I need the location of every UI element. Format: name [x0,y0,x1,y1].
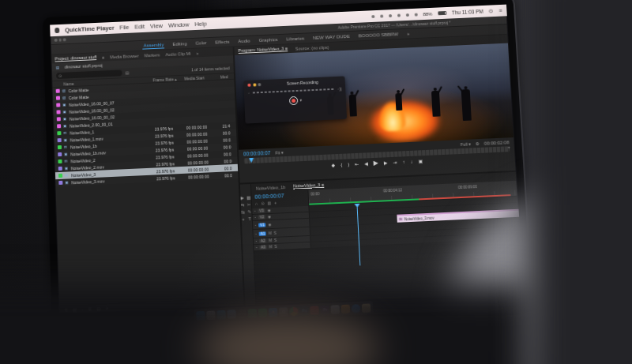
mark-in-icon[interactable]: { [340,162,342,167]
workspace-overflow-icon[interactable]: » [406,31,411,37]
workspace-assembly[interactable]: Assembly [142,41,164,49]
tab-sequence-noisevideo-1b[interactable]: NoiseVideo_1b [256,185,285,191]
column-media-end[interactable]: Med [220,74,231,79]
tab-source[interactable]: Source: (no clips) [295,44,329,51]
menu-edit[interactable]: Edit [134,23,145,30]
ripple-edit-tool[interactable]: ⇋ [241,202,245,207]
label-color-chip[interactable] [56,110,60,114]
step-back-icon[interactable]: ◀ [364,160,368,166]
menu-view[interactable]: View [150,22,163,30]
tab-sequence-noisevideo-3[interactable]: NoiseVideo_3 ≡ [293,182,324,190]
silhouette-person [431,90,441,116]
status-icon[interactable] [380,14,383,17]
selection-tool[interactable]: ▶ [241,195,244,200]
step-forward-icon[interactable]: ▶ [384,159,388,165]
label-color-chip[interactable] [58,138,62,142]
label-color-chip[interactable] [57,131,61,135]
add-marker-icon[interactable]: ◆ [331,162,335,167]
mark-out-icon[interactable]: } [348,162,349,167]
item-fps [153,85,185,87]
pen-tool[interactable]: ✎ [247,209,251,214]
label-color-chip[interactable] [58,181,62,185]
snap-icon[interactable]: ∩ [255,201,258,206]
fit-dropdown[interactable]: Fit ▾ [275,150,284,155]
settings-wrench-icon[interactable]: ⚙ [476,141,480,145]
wifi-icon[interactable] [405,13,408,17]
item-media-end [222,111,232,112]
mute-button[interactable]: M [269,231,272,235]
filter-bin-icon[interactable]: ▤ [125,70,129,75]
workspace-custom-1[interactable]: NEW WAY DUDE [312,33,351,41]
workspace-effects[interactable]: Effects [214,39,230,46]
play-button[interactable]: ▶ [373,159,378,167]
panel-menu-icon[interactable]: ≡ [102,54,104,59]
track-select-tool[interactable]: ▦ [246,195,250,200]
screen-recording-window[interactable]: Screen Recording ◦ ◦)) [244,76,348,124]
menu-file[interactable]: File [119,24,129,31]
record-button[interactable] [289,96,298,105]
program-playhead[interactable] [249,158,254,163]
mute-button[interactable]: M [269,245,273,249]
fx-badge: fx [399,217,403,220]
workspace-libraries[interactable]: Libraries [285,36,305,43]
workspace-editing[interactable]: Editing [171,40,187,47]
window-controls[interactable] [248,83,261,87]
workspace-audio[interactable]: Audio [237,38,251,45]
record-options-chevron-icon[interactable]: ▾ [300,98,303,103]
status-icon[interactable] [397,13,401,17]
label-color-chip[interactable] [58,167,62,171]
notification-center-icon[interactable]: ≡ [498,8,502,13]
panel-menu-icon: ≡ [322,182,325,187]
go-to-out-icon[interactable]: ⇥ [393,159,397,165]
tab-project[interactable]: Project: dinosaur stuff [55,54,96,62]
timeline-timecode[interactable]: 00:00:00:07 [254,192,304,200]
label-color-chip[interactable] [57,117,61,121]
solo-button[interactable]: S [274,231,276,235]
tab-media-browser[interactable]: Media Browser [110,53,139,59]
go-to-in-icon[interactable]: ⇤ [355,161,359,167]
apple-menu-icon[interactable] [55,28,59,33]
timeline-display-settings-icon[interactable]: ▥ [267,201,271,205]
workspace-custom-2[interactable]: BOOOOO SBBRW [358,31,400,39]
mute-button[interactable]: M [269,238,272,242]
display-icon[interactable] [414,13,417,16]
type-tool[interactable]: T [248,216,251,221]
workspace-graphics[interactable]: Graphics [258,36,278,43]
menubar-app-name[interactable]: QuickTime Player [65,24,115,34]
status-icon[interactable] [371,15,374,18]
volume-slider[interactable] [253,88,335,93]
label-color-chip[interactable] [58,145,62,149]
linked-selection-icon[interactable]: ⊙ [261,201,264,205]
tab-markers[interactable]: Markers [145,52,160,58]
playback-resolution-dropdown[interactable]: Full ▾ [461,141,471,147]
lift-icon[interactable]: ↑ [402,159,404,164]
label-color-chip[interactable] [58,152,62,156]
label-color-chip[interactable] [56,103,60,107]
menu-window[interactable]: Window [168,21,190,29]
label-color-chip[interactable] [58,174,62,178]
item-type-icon: ⊞ [65,173,71,177]
solo-button[interactable]: S [274,238,276,242]
item-media-end [221,104,231,105]
menubar-clock[interactable]: Thu 11:03 PM [452,9,483,16]
label-color-chip[interactable] [57,124,61,128]
program-timecode[interactable]: 00:00:00:07 [243,150,271,157]
menu-help[interactable]: Help [194,21,207,28]
solo-button[interactable]: S [274,245,276,249]
tab-overflow-icon[interactable]: » [196,51,198,55]
label-color-chip[interactable] [56,96,60,100]
status-icon[interactable] [389,14,392,17]
extract-icon[interactable]: ↓ [410,159,412,163]
slip-tool[interactable]: ⇆ [241,209,245,214]
tab-audio-clip-mixer[interactable]: Audio Clip Mi [165,51,190,56]
spotlight-icon[interactable]: ⊙ [488,8,493,14]
label-color-chip[interactable] [56,89,60,93]
hand-tool[interactable]: + [242,216,244,221]
add-marker-icon[interactable]: + [274,201,276,205]
export-frame-icon[interactable]: ▣ [418,158,423,163]
razor-tool[interactable]: ✂ [247,202,251,207]
workspace-color[interactable]: Color [194,39,208,47]
plus-icon[interactable]: + [507,144,510,149]
column-frame-rate[interactable]: Frame Rate ▴ [152,76,184,82]
label-color-chip[interactable] [58,159,62,163]
